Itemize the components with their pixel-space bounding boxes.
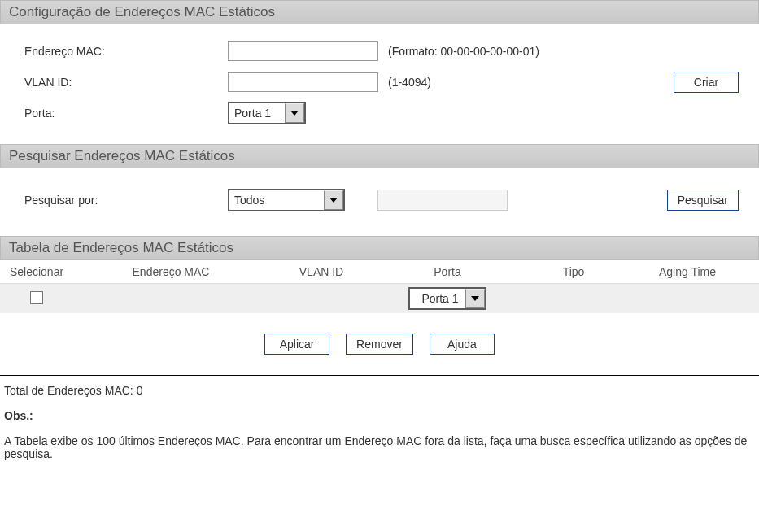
port-label: Porta: [24, 107, 228, 120]
chevron-down-icon [285, 103, 304, 123]
col-type: Tipo [521, 260, 626, 283]
search-section-header: Pesquisar Endereços MAC Estáticos [0, 144, 759, 168]
table-buttons: Aplicar Remover Ajuda [0, 313, 759, 367]
table-section-header: Tabela de Endereços MAC Estáticos [0, 236, 759, 260]
vlan-label: VLAN ID: [24, 76, 228, 89]
col-mac: Endereço MAC [73, 260, 268, 283]
table-header-row: Selecionar Endereço MAC VLAN ID Porta Ti… [0, 260, 759, 284]
config-section-header: Configuração de Endereços MAC Estáticos [0, 0, 759, 24]
col-select: Selecionar [0, 260, 73, 283]
footer-total: Total de Endereços MAC: 0 [0, 376, 759, 401]
vlan-input[interactable] [228, 72, 378, 92]
table-row: Porta 1 [0, 284, 759, 313]
footer-obs-text: A Tabela exibe os 100 últimos Endereços … [0, 426, 759, 464]
mac-hint: (Formato: 00-00-00-00-00-01) [388, 45, 539, 58]
chevron-down-icon [465, 289, 485, 308]
search-by-label: Pesquisar por: [24, 194, 228, 207]
row-port-select[interactable]: Porta 1 [408, 287, 486, 310]
col-aging: Aging Time [626, 260, 748, 283]
col-vlan: VLAN ID [268, 260, 374, 283]
search-by-value: Todos [234, 194, 324, 207]
chevron-down-icon [324, 190, 343, 210]
mac-input[interactable] [228, 41, 378, 61]
search-section-body: Pesquisar por: Todos Pesquisar [0, 168, 759, 236]
apply-button[interactable]: Aplicar [264, 334, 329, 355]
mac-label: Endereço MAC: [24, 45, 228, 58]
port-select-value: Porta 1 [234, 107, 285, 120]
footer-obs-label: Obs.: [0, 401, 759, 426]
row-port-value: Porta 1 [415, 292, 465, 305]
row-checkbox[interactable] [30, 291, 43, 304]
search-by-select[interactable]: Todos [228, 189, 345, 211]
create-button[interactable]: Criar [674, 72, 739, 93]
config-section-body: Endereço MAC: (Formato: 00-00-00-00-00-0… [0, 24, 759, 144]
search-button[interactable]: Pesquisar [667, 190, 739, 211]
port-select[interactable]: Porta 1 [228, 102, 306, 124]
help-button[interactable]: Ajuda [430, 334, 495, 355]
col-port: Porta [374, 260, 521, 283]
search-input[interactable] [377, 190, 508, 211]
remove-button[interactable]: Remover [346, 334, 413, 355]
vlan-hint: (1-4094) [388, 76, 431, 89]
